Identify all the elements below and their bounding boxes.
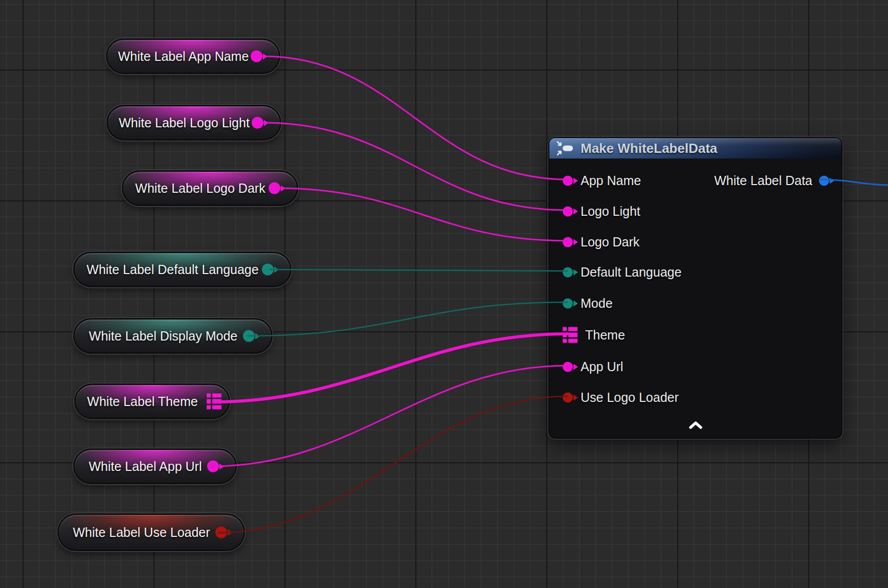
blueprint-graph-canvas[interactable]: White Label App NameWhite Label Logo Lig… bbox=[0, 0, 888, 588]
var-node-white-label-default-language[interactable]: White Label Default Language bbox=[73, 252, 292, 287]
var-node-white-label-logo-light[interactable]: White Label Logo Light bbox=[106, 105, 281, 141]
input-pin-label: Logo Dark bbox=[581, 235, 639, 250]
node-make-whitelabeldata[interactable]: Make WhiteLabelData App NameLogo LightLo… bbox=[548, 137, 842, 439]
make-struct-icon bbox=[556, 141, 574, 156]
input-pin-use-logo-loader[interactable] bbox=[563, 392, 573, 402]
var-node-label: White Label Display Mode bbox=[79, 329, 267, 344]
output-pin-white-label-logo-light[interactable] bbox=[252, 117, 263, 129]
output-pin-white-label-data[interactable] bbox=[819, 175, 829, 186]
input-pin-mode[interactable] bbox=[563, 298, 573, 308]
collapse-node-button[interactable] bbox=[683, 419, 708, 433]
input-row-app-name: App Name bbox=[563, 173, 641, 188]
output-row: White Label Data bbox=[714, 173, 829, 188]
output-pin-white-label-app-name[interactable] bbox=[251, 51, 262, 62]
wire-use-loader[interactable] bbox=[218, 396, 567, 533]
var-node-label: White Label Theme bbox=[77, 394, 227, 409]
input-pin-app-name[interactable] bbox=[563, 175, 573, 186]
input-pin-logo-light[interactable] bbox=[563, 206, 573, 216]
input-row-default-language: Default Language bbox=[563, 265, 681, 280]
input-pin-default-language[interactable] bbox=[563, 267, 573, 277]
wire-default-language[interactable] bbox=[270, 269, 567, 271]
input-pin-label: App Url bbox=[581, 359, 623, 374]
input-row-logo-dark: Logo Dark bbox=[563, 235, 639, 250]
wire-app-url[interactable] bbox=[212, 366, 567, 466]
input-row-app-url: App Url bbox=[563, 359, 623, 374]
input-pin-label: Default Language bbox=[581, 265, 681, 280]
input-row-logo-light: Logo Light bbox=[563, 204, 640, 219]
var-node-white-label-app-name[interactable]: White Label App Name bbox=[106, 38, 280, 74]
input-pin-label: App Name bbox=[581, 173, 641, 188]
wire-logo-light[interactable] bbox=[263, 123, 567, 210]
input-pin-label: Theme bbox=[585, 328, 625, 343]
input-pin-logo-dark[interactable] bbox=[563, 237, 573, 247]
var-node-white-label-theme[interactable]: White Label Theme bbox=[74, 383, 230, 419]
input-row-use-logo-loader: Use Logo Loader bbox=[563, 390, 679, 405]
var-node-white-label-use-loader[interactable]: White Label Use Loader bbox=[57, 513, 245, 551]
var-node-white-label-logo-dark[interactable]: White Label Logo Dark bbox=[122, 170, 298, 206]
input-row-theme: Theme bbox=[563, 327, 625, 343]
var-node-white-label-display-mode[interactable]: White Label Display Mode bbox=[73, 318, 273, 354]
input-pin-app-url[interactable] bbox=[563, 361, 573, 372]
node-title: Make WhiteLabelData bbox=[581, 141, 717, 156]
wire-mode[interactable] bbox=[248, 302, 567, 336]
var-node-label: White Label Use Loader bbox=[62, 525, 239, 540]
node-header[interactable]: Make WhiteLabelData bbox=[549, 138, 841, 159]
input-pin-label: Logo Light bbox=[581, 204, 640, 219]
chevron-up-icon bbox=[688, 421, 703, 429]
input-row-mode: Mode bbox=[563, 296, 613, 311]
var-node-label: White Label Default Language bbox=[76, 262, 288, 277]
wire-logo-dark[interactable] bbox=[277, 188, 567, 241]
input-pin-label: Mode bbox=[581, 296, 613, 311]
wire-app-name[interactable] bbox=[262, 56, 567, 179]
output-pin-label: White Label Data bbox=[714, 173, 812, 188]
input-pin-label: Use Logo Loader bbox=[581, 390, 679, 405]
